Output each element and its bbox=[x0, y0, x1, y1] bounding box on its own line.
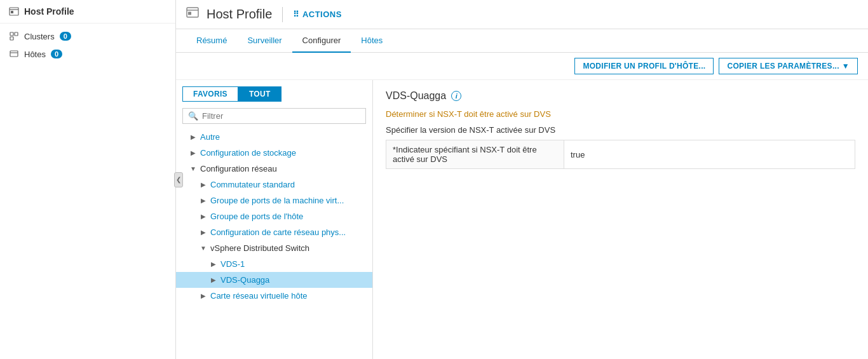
tree-item-commutateur-standard[interactable]: ▶ Commutateur standard bbox=[176, 177, 372, 193]
filter-tab-favoris[interactable]: FAVORIS bbox=[182, 86, 238, 102]
tree-item-vsphere-ds[interactable]: ▼ vSphere Distributed Switch bbox=[176, 240, 372, 256]
actions-label: ACTIONS bbox=[302, 10, 342, 19]
subsection-title: Spécifier la version de NSX-T activée su… bbox=[386, 125, 855, 135]
main-content: Host Profile ⠿ ACTIONS Résumé Surveiller… bbox=[176, 0, 868, 359]
filter-tab-tout[interactable]: TOUT bbox=[238, 86, 281, 102]
chevron-down-icon: ▼ bbox=[199, 244, 208, 253]
chevron-right-icon: ▶ bbox=[209, 276, 218, 285]
chevron-right-icon: ▶ bbox=[189, 133, 198, 142]
toolbar: MODIFIER UN PROFIL D'HÔTE... COPIER LES … bbox=[176, 53, 868, 80]
hotes-label: Hôtes bbox=[24, 50, 46, 59]
content-area: FAVORIS TOUT 🔍 ▶ Autre ▶ bbox=[176, 80, 868, 359]
right-panel-title-text: VDS-Quagga bbox=[386, 90, 446, 102]
svg-rect-2 bbox=[11, 11, 13, 13]
chevron-right-icon: ▶ bbox=[199, 292, 208, 301]
sidebar-item-hotes[interactable]: Hôtes 0 bbox=[0, 45, 175, 63]
tree-label-groupe-ports-hote: Groupe de ports de l'hôte bbox=[210, 212, 303, 221]
svg-rect-10 bbox=[188, 12, 191, 15]
tree-label-commutateur-standard: Commutateur standard bbox=[210, 180, 295, 189]
chevron-right-icon: ▶ bbox=[199, 212, 208, 221]
chevron-right-icon: ▶ bbox=[199, 196, 208, 205]
tab-hotes[interactable]: Hôtes bbox=[351, 29, 393, 53]
sidebar-collapse-button[interactable]: ❮ bbox=[174, 172, 183, 187]
chevron-right-icon: ▶ bbox=[199, 228, 208, 237]
tree-label-config-carte: Configuration de carte réseau phys... bbox=[210, 227, 346, 237]
tab-configurer[interactable]: Configurer bbox=[292, 29, 351, 53]
clusters-badge: 0 bbox=[60, 32, 71, 41]
search-container: 🔍 bbox=[176, 105, 372, 129]
tree-label-config-stockage: Configuration de stockage bbox=[200, 148, 296, 158]
main-tabs: Résumé Surveiller Configurer Hôtes bbox=[176, 29, 868, 53]
svg-rect-6 bbox=[10, 51, 18, 57]
tree-label-vsphere-ds: vSphere Distributed Switch bbox=[210, 243, 309, 253]
tree-item-vds-quagga[interactable]: ▶ VDS-Quagga bbox=[176, 272, 372, 288]
sidebar-header: Host Profile bbox=[0, 0, 175, 24]
topbar-title: Host Profile bbox=[207, 7, 272, 22]
svg-rect-3 bbox=[10, 32, 13, 36]
sidebar-title: Host Profile bbox=[24, 6, 74, 17]
search-icon: 🔍 bbox=[188, 111, 198, 121]
sidebar: Host Profile Clusters 0 Hôtes 0 bbox=[0, 0, 176, 359]
tree-label-vds-1: VDS-1 bbox=[220, 259, 245, 269]
modifier-label: MODIFIER UN PROFIL D'HÔTE... bbox=[583, 62, 705, 71]
host-profile-sidebar-icon bbox=[9, 6, 19, 17]
copier-chevron-icon: ▼ bbox=[842, 62, 850, 71]
tab-surveiller[interactable]: Surveiller bbox=[237, 29, 292, 53]
section-title: Déterminer si NSX-T doit être activé sur… bbox=[386, 109, 855, 119]
actions-dots-icon: ⠿ bbox=[293, 10, 300, 19]
tree-label-autre: Autre bbox=[200, 132, 220, 142]
tree-label-config-reseau: Configuration réseau bbox=[200, 164, 277, 173]
data-table: *Indicateur spécifiant si NSX-T doit êtr… bbox=[386, 140, 855, 169]
search-input[interactable] bbox=[202, 111, 360, 121]
right-panel-title: VDS-Quagga i bbox=[386, 90, 855, 102]
tree-item-autre[interactable]: ▶ Autre bbox=[176, 129, 372, 145]
right-panel: VDS-Quagga i Déterminer si NSX-T doit êt… bbox=[373, 80, 868, 359]
tree-item-groupe-ports-machine[interactable]: ▶ Groupe de ports de la machine virt... bbox=[176, 193, 372, 208]
table-cell-label: *Indicateur spécifiant si NSX-T doit êtr… bbox=[386, 140, 564, 169]
tree-label-vds-quagga: VDS-Quagga bbox=[220, 275, 269, 285]
actions-button[interactable]: ⠿ ACTIONS bbox=[293, 10, 342, 19]
chevron-down-icon: ▼ bbox=[189, 165, 198, 173]
tree: ▶ Autre ▶ Configuration de stockage ▼ Co… bbox=[176, 129, 372, 359]
tree-item-groupe-ports-hote[interactable]: ▶ Groupe de ports de l'hôte bbox=[176, 208, 372, 224]
modifier-profil-button[interactable]: MODIFIER UN PROFIL D'HÔTE... bbox=[574, 58, 714, 74]
chevron-right-icon: ▶ bbox=[209, 260, 218, 269]
tree-item-config-reseau[interactable]: ▼ Configuration réseau bbox=[176, 161, 372, 177]
copier-label: COPIER LES PARAMÈTRES... bbox=[727, 62, 839, 71]
svg-rect-5 bbox=[10, 37, 13, 40]
sidebar-nav: Clusters 0 Hôtes 0 bbox=[0, 24, 175, 67]
sidebar-item-clusters[interactable]: Clusters 0 bbox=[0, 27, 175, 45]
left-panel: FAVORIS TOUT 🔍 ▶ Autre ▶ bbox=[176, 80, 373, 359]
topbar-divider bbox=[282, 7, 283, 22]
info-icon[interactable]: i bbox=[451, 91, 461, 101]
table-cell-value: true bbox=[564, 140, 855, 169]
search-box: 🔍 bbox=[182, 108, 366, 124]
hotes-icon bbox=[9, 49, 19, 59]
chevron-right-icon: ▶ bbox=[199, 180, 208, 189]
filter-tabs: FAVORIS TOUT bbox=[176, 80, 372, 105]
tree-item-config-carte[interactable]: ▶ Configuration de carte réseau phys... bbox=[176, 224, 372, 240]
topbar-icon bbox=[186, 6, 199, 22]
tree-label-carte-reseau: Carte réseau virtuelle hôte bbox=[210, 291, 307, 301]
tree-item-carte-reseau[interactable]: ▶ Carte réseau virtuelle hôte bbox=[176, 288, 372, 304]
clusters-label: Clusters bbox=[24, 32, 55, 41]
tab-resume[interactable]: Résumé bbox=[186, 29, 237, 53]
table-row: *Indicateur spécifiant si NSX-T doit êtr… bbox=[386, 140, 855, 169]
tree-label-groupe-ports-machine: Groupe de ports de la machine virt... bbox=[210, 196, 344, 205]
tree-item-vds-1[interactable]: ▶ VDS-1 bbox=[176, 256, 372, 272]
svg-rect-4 bbox=[15, 32, 18, 36]
copier-parametres-button[interactable]: COPIER LES PARAMÈTRES... ▼ bbox=[719, 58, 858, 74]
hotes-badge: 0 bbox=[51, 50, 62, 58]
tree-item-config-stockage[interactable]: ▶ Configuration de stockage bbox=[176, 145, 372, 161]
clusters-icon bbox=[9, 31, 19, 41]
chevron-right-icon: ▶ bbox=[189, 149, 198, 158]
topbar: Host Profile ⠿ ACTIONS bbox=[176, 0, 868, 29]
